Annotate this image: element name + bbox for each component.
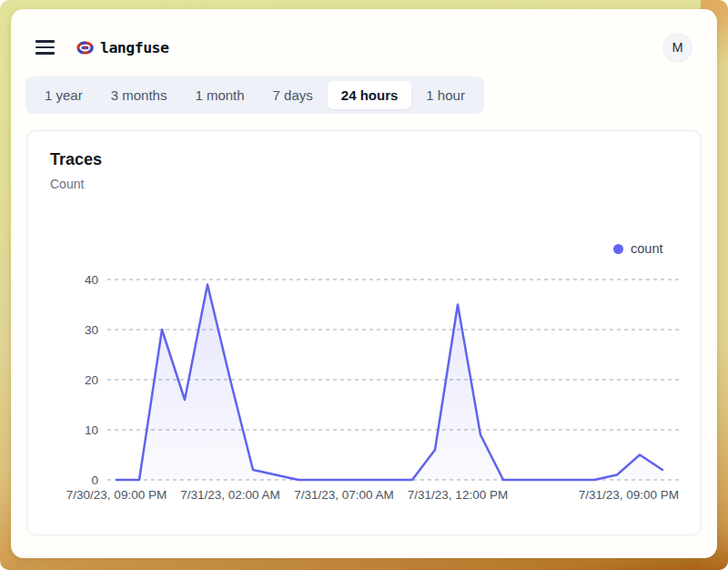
app-window: langfuse M 1 year 3 months 1 month 7 day… xyxy=(11,9,717,558)
y-axis-tick-10: 10 xyxy=(85,423,98,437)
x-axis-tick: 7/31/23, 07:00 AM xyxy=(294,488,394,502)
tab-7-days[interactable]: 7 days xyxy=(259,81,327,109)
legend-dot-icon xyxy=(613,244,623,254)
user-avatar[interactable]: M xyxy=(662,33,693,63)
count-area-fill xyxy=(116,285,662,481)
brand-name: langfuse xyxy=(100,39,168,56)
legend-label: count xyxy=(631,241,662,256)
brand[interactable]: langfuse xyxy=(76,39,168,56)
chart-legend: count xyxy=(613,241,662,256)
x-axis-tick: 7/31/23, 02:00 AM xyxy=(180,488,280,502)
card-subtitle: Count xyxy=(50,177,84,191)
time-range-tabs: 1 year 3 months 1 month 7 days 24 hours … xyxy=(25,76,484,114)
traces-chart: 0102030407/30/23, 09:00 PM7/31/23, 02:00… xyxy=(27,131,701,536)
traces-card: Traces Count count 0102030407/30/23, 09:… xyxy=(26,130,702,535)
langfuse-knot-logo-icon xyxy=(76,41,94,55)
card-title: Traces xyxy=(50,150,102,169)
hamburger-menu-icon[interactable] xyxy=(35,40,55,54)
gif-gradient-frame: langfuse M 1 year 3 months 1 month 7 day… xyxy=(0,0,728,570)
x-axis-tick: 7/30/23, 09:00 PM xyxy=(66,488,167,502)
x-axis-tick: 7/31/23, 09:00 PM xyxy=(579,488,679,502)
tab-1-year[interactable]: 1 year xyxy=(31,81,96,109)
x-axis-tick: 7/31/23, 12:00 PM xyxy=(408,488,508,502)
y-axis-tick-40: 40 xyxy=(85,273,98,287)
tab-1-hour[interactable]: 1 hour xyxy=(412,81,479,109)
avatar-initial: M xyxy=(672,40,682,55)
tab-3-months[interactable]: 3 months xyxy=(97,81,181,109)
top-navigation-bar: langfuse M xyxy=(11,9,717,64)
y-axis-tick-0: 0 xyxy=(91,473,98,487)
tab-1-month[interactable]: 1 month xyxy=(181,81,258,109)
y-axis-tick-20: 20 xyxy=(85,373,98,387)
tab-24-hours[interactable]: 24 hours xyxy=(328,81,412,109)
time-range-row: 1 year 3 months 1 month 7 days 24 hours … xyxy=(11,64,717,114)
y-axis-tick-30: 30 xyxy=(85,323,98,337)
count-line xyxy=(116,285,662,481)
